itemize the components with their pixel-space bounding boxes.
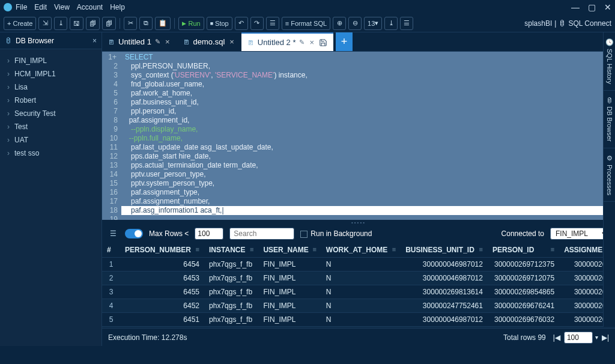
toolbar-icon-5[interactable]: 🗐 xyxy=(102,17,116,30)
sql-connect-label[interactable]: SQL Connect xyxy=(568,19,611,28)
column-menu-icon[interactable]: ≡ xyxy=(250,246,253,253)
max-rows-toggle[interactable] xyxy=(125,229,143,238)
file-icon: 🖹 xyxy=(247,39,254,46)
close-sidebar-icon[interactable]: × xyxy=(92,37,97,45)
table-row[interactable]: 26453phx7qgs_f_fbFIN_IMPLN30000004698701… xyxy=(102,271,615,285)
sql-editor[interactable]: 1+234567891011121314151617181920212223 S… xyxy=(102,52,615,220)
close-tab-icon[interactable]: × xyxy=(308,38,315,47)
column-menu-icon[interactable]: ≡ xyxy=(479,246,483,253)
table-row[interactable]: 16454phx7qgs_f_fbFIN_IMPLN30000004698701… xyxy=(102,258,615,271)
file-icon: 🖹 xyxy=(183,38,190,46)
stop-button[interactable]: Stop xyxy=(207,17,232,30)
database-icon: 🛢 xyxy=(559,19,566,28)
menu-file[interactable]: File xyxy=(16,3,27,11)
sql-history-tab[interactable]: 🕓SQL History xyxy=(604,32,615,91)
connected-to-label: Connected to xyxy=(501,229,544,238)
page-dropdown-icon[interactable]: ▾ xyxy=(595,334,598,341)
window-maximize-icon[interactable]: ▢ xyxy=(588,2,596,12)
redo-icon[interactable]: ↷ xyxy=(250,17,264,30)
close-tab-icon[interactable]: × xyxy=(228,37,235,46)
sidebar-item[interactable]: Robert xyxy=(0,94,101,107)
results-table: #PERSON_NUMBER≡INSTANCE≡USER_NAME≡WORK_A… xyxy=(102,243,615,328)
column-header[interactable]: # xyxy=(102,243,120,258)
column-menu-icon[interactable]: ≡ xyxy=(312,246,316,253)
app-logo-icon xyxy=(4,3,12,11)
tab-label: Untitled 2 * xyxy=(258,38,296,47)
sidebar-item[interactable]: Lisa xyxy=(0,80,101,94)
column-header[interactable]: INSTANCE≡ xyxy=(204,243,258,258)
table-row[interactable]: 56451phx7qgs_f_fbFIN_IMPLN30000004698701… xyxy=(102,313,615,327)
toolbar-icon-settings[interactable]: ☰ xyxy=(266,17,279,30)
sidebar-item[interactable]: FIN_IMPL xyxy=(0,54,101,67)
menu-edit[interactable]: Edit xyxy=(34,3,47,11)
create-button[interactable]: Create xyxy=(4,17,36,30)
page-input[interactable] xyxy=(564,332,593,344)
table-row[interactable]: 46452phx7qgs_f_fbFIN_IMPLN30000024775246… xyxy=(102,299,615,313)
tab-demo-sql[interactable]: 🖹 demo.sql × xyxy=(177,32,241,51)
tab-untitled-1[interactable]: 🖹 Untitled 1 ✎ × xyxy=(102,32,177,51)
column-header[interactable]: BUSINESS_UNIT_ID≡ xyxy=(401,243,488,258)
max-rows-input[interactable] xyxy=(195,228,223,240)
window-close-icon[interactable]: ✕ xyxy=(604,2,611,12)
toolbar-icon-1[interactable]: ⇲ xyxy=(38,17,52,30)
column-header[interactable]: USER_NAME≡ xyxy=(258,243,321,258)
next-page-icon[interactable]: ▶| xyxy=(602,333,609,342)
tab-untitled-2[interactable]: 🖹 Untitled 2 * ✎ × xyxy=(241,32,333,51)
window-minimize-icon[interactable]: — xyxy=(571,2,580,12)
db-browser-tab[interactable]: 🛢DB Browser xyxy=(604,91,615,148)
undo-icon[interactable]: ↶ xyxy=(235,17,248,30)
run-in-background-checkbox[interactable]: Run in Background xyxy=(300,229,372,238)
column-header[interactable]: PERSON_NUMBER≡ xyxy=(120,243,204,258)
close-tab-icon[interactable]: × xyxy=(164,37,171,46)
column-menu-icon[interactable]: ≡ xyxy=(551,246,554,253)
tab-label: demo.sql xyxy=(193,37,225,46)
execution-time-label: Execution Time: 12.278s xyxy=(108,333,187,342)
results-menu-icon[interactable]: ☰ xyxy=(107,228,119,240)
sidebar-item[interactable]: Security Test xyxy=(0,107,101,120)
file-icon: 🖹 xyxy=(108,38,115,46)
zoom-out-icon[interactable]: ⊖ xyxy=(348,17,362,30)
menu-account[interactable]: Account xyxy=(77,3,103,11)
edit-tab-icon[interactable]: ✎ xyxy=(155,38,160,46)
run-button[interactable]: Run xyxy=(178,17,204,30)
db-browser-title: DB Browser xyxy=(16,37,54,45)
status-bar: Execution Time: 12.278s Total rows 99 |◀… xyxy=(102,328,615,346)
menu-view[interactable]: View xyxy=(54,3,70,11)
column-header[interactable]: WORK_AT_HOME≡ xyxy=(321,243,401,258)
copy-icon[interactable]: ⧉ xyxy=(139,17,153,30)
processes-tab[interactable]: ⚙Processes xyxy=(604,148,615,202)
toolbar-icon-dl[interactable]: ⤓ xyxy=(384,17,398,30)
sidebar-item[interactable]: test sso xyxy=(0,147,101,160)
toolbar-icon-2[interactable]: ⤓ xyxy=(54,17,67,30)
table-row[interactable]: 36455phx7qgs_f_fbFIN_IMPLN30000026981361… xyxy=(102,285,615,299)
prev-page-icon[interactable]: |◀ xyxy=(553,333,560,342)
toolbar-icon-list[interactable]: ☰ xyxy=(400,17,413,30)
editor-tabs: 🖹 Untitled 1 ✎ × 🖹 demo.sql × 🖹 Untitled… xyxy=(102,32,615,52)
menu-help[interactable]: Help xyxy=(110,3,125,11)
splitter-handle[interactable] xyxy=(102,220,615,225)
toolbar-icon-4[interactable]: 🗐 xyxy=(86,17,100,30)
zoom-in-icon[interactable]: ⊕ xyxy=(333,17,346,30)
sidebar-item[interactable]: HCM_IMPL1 xyxy=(0,67,101,80)
format-sql-button[interactable]: ≡Format SQL xyxy=(282,17,330,30)
results-toolbar: ☰ Max Rows < Run in Background Connected… xyxy=(102,225,615,243)
connection-select[interactable]: FIN_IMPL xyxy=(550,228,610,240)
max-rows-label: Max Rows < xyxy=(149,229,189,238)
font-size-select[interactable]: 13 ▾ xyxy=(364,17,382,30)
column-header[interactable]: PERSON_ID≡ xyxy=(488,243,559,258)
database-icon: 🛢 xyxy=(5,37,12,45)
paste-icon[interactable]: 📋 xyxy=(155,17,171,30)
save-tab-icon[interactable] xyxy=(319,38,327,47)
toolbar-icon-3[interactable]: 🖫 xyxy=(70,17,83,30)
right-sidebar: 🕓SQL History 🛢DB Browser ⚙Processes xyxy=(603,32,615,327)
column-menu-icon[interactable]: ≡ xyxy=(196,246,199,253)
results-search-input[interactable] xyxy=(229,228,294,240)
cut-icon[interactable]: ✂ xyxy=(124,17,137,30)
sidebar-item[interactable]: UAT xyxy=(0,133,101,147)
edit-tab-icon[interactable]: ✎ xyxy=(299,38,304,46)
add-tab-button[interactable]: + xyxy=(336,32,353,51)
main-toolbar: Create ⇲ ⤓ 🖫 🗐 🗐 ✂ ⧉ 📋 Run Stop ↶ ↷ ☰ ≡F… xyxy=(0,14,615,32)
column-menu-icon[interactable]: ≡ xyxy=(392,246,396,253)
sidebar-item[interactable]: Test xyxy=(0,120,101,133)
total-rows-label: Total rows 99 xyxy=(503,333,546,342)
